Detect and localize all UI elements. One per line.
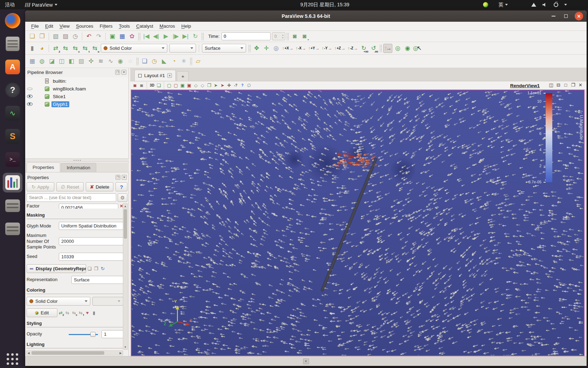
select-points-rect-icon[interactable]: ▢ <box>173 82 179 89</box>
detach-view-button[interactable]: ❐ <box>570 82 576 88</box>
select-cells-rect-icon[interactable]: ▢ <box>166 82 173 89</box>
edit-color-map-button[interactable]: Edit <box>27 308 57 317</box>
component-combo[interactable] <box>169 44 196 53</box>
find-data-icon[interactable]: ▦ <box>118 32 127 41</box>
new-layout-tab[interactable]: + <box>177 71 189 81</box>
visibility-eye-icon[interactable] <box>27 95 33 98</box>
orientation-axes-icon[interactable]: ↑→ <box>383 44 392 53</box>
last-frame-icon[interactable]: ▶| <box>181 32 190 41</box>
split-vertical-button[interactable]: ⊟ <box>555 82 562 88</box>
render-view-title[interactable]: RenderView1 <box>510 81 540 90</box>
component-combo-small[interactable] <box>92 297 123 306</box>
pipeline-item-glyph1[interactable]: Glyph1 <box>25 100 128 108</box>
rescale-custom-range-icon[interactable]: ⇆ <box>61 44 70 53</box>
select-block-icon[interactable]: ❐ <box>206 82 212 89</box>
help-button[interactable]: ? <box>115 182 127 191</box>
split-horizontal-button[interactable]: ◫ <box>548 82 554 88</box>
color-palette-icon[interactable]: ✿ <box>127 32 136 41</box>
max-points-field[interactable]: 20000 <box>59 237 123 245</box>
show-scalar-bar-icon[interactable]: ▮ <box>91 309 97 316</box>
menu-help[interactable]: Help <box>178 22 194 30</box>
clip-filter-icon[interactable]: ◪ <box>47 57 56 66</box>
undock-properties-icon[interactable]: ❐ <box>115 175 120 180</box>
minimize-button[interactable] <box>550 12 557 20</box>
opacity-slider[interactable] <box>69 332 98 337</box>
color-legend-icon[interactable]: ◕ <box>37 44 47 53</box>
rotate-90-ccw-icon[interactable]: ↺-90 <box>369 44 378 53</box>
grow-selection-icon[interactable]: ✚ <box>226 82 232 89</box>
properties-vertical-scrollbar[interactable]: ▲ ▼ <box>123 203 128 350</box>
show-center-icon[interactable]: ◎ <box>393 44 402 53</box>
save-screenshot-icon[interactable]: ❏ <box>155 82 162 89</box>
ruler-icon[interactable]: ▱ <box>194 57 203 66</box>
close-properties-icon[interactable]: ✕ <box>122 175 127 180</box>
app-menu[interactable]: ParaView <box>25 0 57 9</box>
pipeline-item-builtin[interactable]: builtin: <box>25 77 128 85</box>
select-polygon-cells-icon[interactable]: ◇ <box>192 82 199 89</box>
paraview-icon[interactable] <box>3 173 22 192</box>
window-titlebar[interactable]: ParaView 5.6.3 64-bit ✕ <box>25 11 587 22</box>
terminal-icon[interactable]: >_ <box>3 150 22 169</box>
render-viewport[interactable]: U Magnitude Y X Z 1.1e+011086428.7e-05 <box>131 90 584 356</box>
save-state-icon[interactable]: ▨ <box>61 32 70 41</box>
timer-icon[interactable]: ◷ <box>71 32 80 41</box>
rescale-custom-time-icon[interactable]: ⇆t <box>80 44 90 53</box>
show-applications-icon[interactable] <box>0 353 25 365</box>
next-frame-icon[interactable]: |▶ <box>171 32 180 41</box>
extract-level-icon[interactable]: ◌ <box>126 57 135 66</box>
representation-combo[interactable]: Surface <box>202 44 246 53</box>
stream-tracer-icon[interactable]: ≋ <box>96 57 105 66</box>
clock[interactable]: 9月20日 星期日, 15:39 <box>300 0 349 9</box>
scroll-up-icon[interactable]: ▲ <box>123 204 127 209</box>
help-icon[interactable]: ? <box>3 81 22 100</box>
visibility-eye-closed-icon[interactable] <box>27 88 33 90</box>
capture-view-icon[interactable]: ◙ <box>138 82 145 89</box>
plot-over-time-icon[interactable]: ◷ <box>150 57 159 66</box>
firefox-icon[interactable] <box>3 11 22 30</box>
maximize-view-button[interactable]: □ <box>562 82 569 88</box>
menu-edit[interactable]: Edit <box>42 22 56 30</box>
contour-filter-icon[interactable]: ◍ <box>37 57 47 66</box>
menu-catalyst[interactable]: Catalyst <box>133 22 156 30</box>
close-button[interactable]: ✕ <box>575 12 583 20</box>
menu-sources[interactable]: Sources <box>73 22 97 30</box>
view-plus-z-button[interactable]: ↑+Z→ <box>334 44 346 53</box>
reset-camera-icon[interactable]: ✥ <box>252 44 261 53</box>
pick-center-icon[interactable]: ◎↖ <box>413 44 422 53</box>
menu-view[interactable]: View <box>56 22 73 30</box>
extract-selection-icon[interactable]: ❏ <box>140 57 149 66</box>
hover-points-icon[interactable]: ? <box>239 82 246 89</box>
render-viewport-canvas[interactable] <box>132 90 584 355</box>
select-polygon-points-icon[interactable]: ◇ <box>199 82 206 89</box>
calculator-icon[interactable]: ▦ <box>28 57 37 66</box>
bottom-panel-close-button[interactable]: ✕ <box>303 359 309 364</box>
toggle-3d-button[interactable]: 3D <box>149 82 155 89</box>
archive-app-2-icon[interactable] <box>3 219 22 238</box>
plot-selection-over-time-icon[interactable]: ◔ <box>169 57 178 66</box>
slice-filter-icon[interactable]: ◫ <box>57 57 66 66</box>
rescale-data-range-icon[interactable]: ⇄2 <box>51 44 60 53</box>
save-camera-icon[interactable]: ◙+ <box>300 32 309 41</box>
probe-location-icon[interactable]: ✳ <box>179 57 188 66</box>
network-icon[interactable] <box>531 0 536 9</box>
rescale-visible-icon[interactable]: ⇆o <box>90 44 99 53</box>
pipeline-item-wingblockfoam[interactable]: wingBlock.foam <box>25 85 128 93</box>
color-legend[interactable] <box>546 93 552 182</box>
files-icon[interactable] <box>3 34 22 53</box>
close-pipeline-icon[interactable]: ✕ <box>121 70 126 75</box>
open-file-icon[interactable]: ❏ <box>28 32 37 41</box>
menu-file[interactable]: File <box>28 22 42 30</box>
warp-vector-icon[interactable]: ∿ <box>106 57 115 66</box>
opacity-field[interactable]: 1 <box>102 330 123 338</box>
reset-center-icon[interactable]: ◉ <box>403 44 412 53</box>
close-layout-icon[interactable]: ✕ <box>167 73 172 78</box>
display-section-button[interactable]: Display (GeometryRepresentation) <box>27 264 86 273</box>
undock-pipeline-icon[interactable]: ❐ <box>115 70 120 75</box>
interactive-select-points-icon[interactable]: ➤ <box>219 82 226 89</box>
loop-icon[interactable]: ↻ <box>191 32 200 41</box>
interactive-select-cells-icon[interactable]: ➤ <box>212 82 219 89</box>
redo-icon[interactable]: ↷ <box>94 32 103 41</box>
text-editor-icon[interactable]: S <box>3 127 22 146</box>
volume-icon[interactable] <box>542 0 547 9</box>
load-state-icon[interactable]: ▧ <box>51 32 60 41</box>
